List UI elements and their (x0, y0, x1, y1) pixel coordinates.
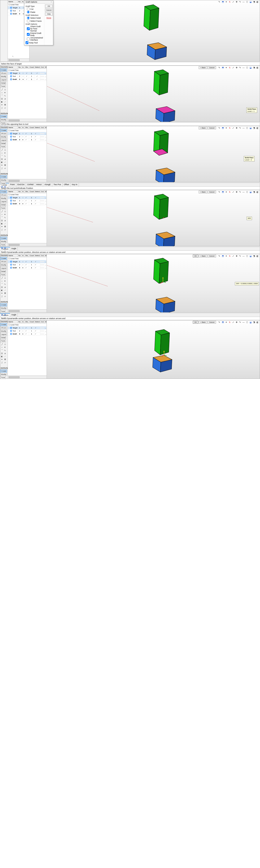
close-icon[interactable]: × (51, 1, 52, 3)
palette2-tools[interactable]: Tools (0, 122, 6, 124)
col-name: Name (8, 0, 17, 3)
check-extend[interactable]: Extend Graft body (27, 32, 43, 36)
help-button[interactable]: Help (45, 12, 53, 16)
viewport[interactable]: < Back Cancel ✎⬒✦↯⤢✚✎—⬡⬓⬔◧ Solid FaceLev… (47, 66, 260, 122)
row-graft[interactable]: 🌀 Graft 3 1 ... (8, 78, 46, 81)
viewport[interactable]: OK < Back Cancel ✎⬒✦↯⤢✚✎—⬡⬓⬔◧ (47, 320, 260, 378)
viewport[interactable]: OK < Back Cancel ✎⬒✦↯⤢✚✎—⬡⬓⬔◧ DIR = 0.00… (47, 254, 260, 312)
prompt-bar-3: Select the opposing face to tool (0, 122, 260, 126)
back-button[interactable]: < Back (199, 66, 207, 69)
move-link[interactable]: Move (45, 17, 53, 19)
tooltip-dir: DIR = 0.0000,0.0000,1.0000 (235, 282, 259, 285)
palette-create[interactable]: Create (0, 69, 7, 71)
dialog-title: Graft Options (26, 1, 37, 3)
tooltip-solid-face-1: Solid FaceLevel = 1 (246, 107, 257, 113)
tooltip-solid-face-2: Solid FaceLevel = 2 (244, 156, 255, 161)
prompt-bar-6: Select DynaHandle center position, direc… (0, 317, 260, 320)
palette2-modify[interactable]: Modify (0, 118, 7, 121)
viewport[interactable]: < Back Cancel ✎⬒✦↯⤢✚✎—⬡⬓⬔◧ Solid FaceLev… (47, 126, 260, 182)
palette2-create[interactable]: Create (0, 115, 7, 118)
left-sidebar: Geometry Create XForm Modify Layout Deta… (0, 66, 8, 122)
tool-icons-1[interactable]: ╱◇○✦⌒∿⊡⌀◐⟋✶⌘∫▱ (0, 88, 8, 110)
prompt-bar-2: Select the face of target (0, 62, 260, 66)
palette-modify[interactable]: Modify (0, 75, 7, 78)
col-no: No. (17, 0, 22, 3)
svg-marker-19 (154, 331, 161, 355)
check-keep-tool[interactable]: Keep Tool (26, 41, 43, 44)
tree-hscroll[interactable]: ↖ (8, 58, 29, 61)
graft-selection-label: Graft Selection (26, 14, 43, 16)
tree-hscroll[interactable] (8, 119, 46, 122)
ok-button[interactable]: OK (193, 255, 198, 257)
svg-point-13 (163, 217, 164, 218)
row-target[interactable]: 🌀 Target 1 1 ... (8, 72, 46, 75)
radio-cut[interactable]: Cut (27, 8, 43, 10)
graft-options-label: Graft Options (26, 23, 43, 25)
svg-marker-20 (160, 333, 170, 355)
prompt-bar-4: Select the tool point/Indicate Position (0, 186, 260, 190)
ok-button[interactable]: OK (45, 5, 53, 8)
check-orient[interactable]: Orient Graft by Face Normal (27, 25, 43, 32)
row-tool[interactable]: 🌀 Tool 2 1 ... (8, 75, 46, 78)
tooltip-mid: MID (247, 217, 252, 220)
tree-panel: Name No. A.. Dis.. Count Select.. Col.. … (8, 66, 47, 122)
cancel-button[interactable]: Cancel (208, 66, 216, 69)
palette-tools[interactable]: Tools (0, 85, 6, 88)
palette-detail[interactable]: Detail (0, 82, 6, 85)
snap-tabs[interactable]: Cursor Point End Ent Ctr/Mid Intrsct Alo… (0, 183, 260, 186)
palette-layout[interactable]: Layout (0, 79, 7, 81)
radio-paste[interactable]: Paste (27, 11, 43, 13)
pos-angle-tabs-2[interactable]: Position Angle (0, 313, 260, 317)
pos-angle-tabs[interactable]: Position Angle (0, 247, 260, 250)
graft-type-label: Graft Type (26, 5, 43, 7)
viewport[interactable]: ✎⬒✦↯⤢✚✎—⬡⬓⬔◧ (30, 0, 260, 61)
palette-xform[interactable]: XForm (0, 72, 7, 75)
viewport[interactable]: < Back Cancel ✎⬒✦↯⤢✚✎—⬡⬓⬔◧ MID (47, 190, 260, 246)
cancel-button[interactable]: Cancel (45, 8, 53, 12)
graft-options-dialog: Graft Options × Graft Type Cut Paste Gra… (24, 0, 53, 45)
view-toolbar[interactable]: ✎⬒✦↯⤢✚✎—⬡⬓⬔◧ (218, 1, 259, 3)
prompt-bar-5: Select DynaHandle center position, direc… (0, 250, 260, 254)
check-unconstrained[interactable]: Unconstrained Interface (27, 37, 43, 41)
radio-select-faces[interactable]: Select Faces (27, 20, 43, 22)
radio-select-solid[interactable]: Select Solid (27, 17, 43, 19)
left-sidebar (0, 0, 8, 61)
